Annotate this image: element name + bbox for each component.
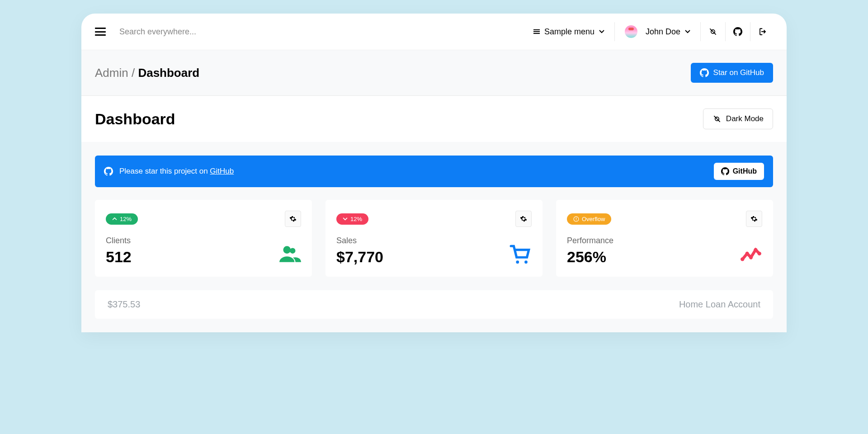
card-settings-button[interactable] xyxy=(515,211,532,227)
theme-toggle-button[interactable] xyxy=(703,27,723,36)
banner-text: Please star this project on GitHub xyxy=(119,167,234,176)
card-label: Clients xyxy=(106,236,132,245)
breadcrumb-parent[interactable]: Admin xyxy=(95,66,128,80)
svg-point-3 xyxy=(524,260,528,264)
logout-button[interactable] xyxy=(752,28,773,36)
card-performance: Overflow Performance 256% xyxy=(556,200,773,277)
table-account: Home Loan Account xyxy=(679,299,760,310)
svg-point-6 xyxy=(745,252,749,255)
avatar xyxy=(625,25,637,38)
trend-badge-up: 12% xyxy=(106,213,138,225)
content: Please star this project on GitHub GitHu… xyxy=(81,142,787,332)
divider xyxy=(725,22,726,41)
cart-icon xyxy=(509,243,532,266)
chevron-down-icon xyxy=(599,30,604,33)
breadcrumb-current: Dashboard xyxy=(138,66,199,80)
theme-icon xyxy=(712,114,722,123)
card-settings-button[interactable] xyxy=(746,211,762,227)
user-menu[interactable]: John Doe xyxy=(617,22,698,42)
dark-mode-label: Dark Mode xyxy=(726,114,764,123)
github-icon xyxy=(104,167,113,176)
transactions-table: $375.53 Home Loan Account xyxy=(95,290,773,319)
alert-badge: Overflow xyxy=(567,213,611,225)
divider xyxy=(614,22,615,41)
card-value: 512 xyxy=(106,248,132,266)
title-row: Dashboard Dark Mode xyxy=(81,96,787,142)
breadcrumb-separator: / xyxy=(132,66,135,80)
user-name-label: John Doe xyxy=(646,27,680,37)
banner-link[interactable]: GitHub xyxy=(210,167,234,175)
card-label: Performance xyxy=(567,236,613,245)
card-value: 256% xyxy=(567,248,613,266)
topbar: Sample menu John Doe xyxy=(81,14,787,50)
gear-icon xyxy=(520,215,527,222)
github-icon xyxy=(700,68,709,77)
github-icon xyxy=(721,167,729,175)
stat-cards: 12% Clients 512 xyxy=(95,200,773,277)
svg-point-2 xyxy=(516,260,519,264)
github-banner: Please star this project on GitHub GitHu… xyxy=(95,156,773,187)
banner-button-label: GitHub xyxy=(733,167,757,175)
breadcrumb: Admin / Dashboard xyxy=(95,66,199,80)
logout-icon xyxy=(759,28,767,36)
gear-icon xyxy=(750,215,758,222)
page-header: Admin / Dashboard Star on GitHub xyxy=(81,50,787,96)
card-value: $7,770 xyxy=(336,248,383,266)
card-label: Sales xyxy=(336,236,383,245)
divider xyxy=(750,22,750,41)
alert-icon xyxy=(573,216,579,222)
gear-icon xyxy=(289,215,297,222)
star-github-label: Star on GitHub xyxy=(713,68,764,77)
github-icon xyxy=(733,27,742,36)
svg-point-9 xyxy=(758,252,761,255)
dark-mode-button[interactable]: Dark Mode xyxy=(703,108,773,129)
chart-line-icon xyxy=(740,243,762,266)
sample-menu-dropdown[interactable]: Sample menu xyxy=(525,24,613,40)
page-title: Dashboard xyxy=(95,110,175,128)
users-icon xyxy=(278,243,301,266)
banner-github-button[interactable]: GitHub xyxy=(714,163,764,180)
divider xyxy=(700,22,701,41)
card-sales: 12% Sales $7,770 xyxy=(326,200,542,277)
sample-menu-label: Sample menu xyxy=(544,27,594,37)
theme-icon xyxy=(708,27,717,36)
trend-badge-down: 12% xyxy=(336,213,368,225)
github-link[interactable] xyxy=(727,27,748,36)
svg-point-7 xyxy=(749,255,753,259)
card-clients: 12% Clients 512 xyxy=(95,200,312,277)
svg-point-5 xyxy=(741,257,744,261)
chevron-down-icon xyxy=(685,30,690,33)
star-github-button[interactable]: Star on GitHub xyxy=(691,63,773,83)
chevron-up-icon xyxy=(112,217,117,221)
table-amount: $375.53 xyxy=(108,299,140,310)
app-window: Sample menu John Doe Admin / Dashboard xyxy=(81,14,787,332)
list-icon xyxy=(533,29,540,34)
fade-overlay xyxy=(81,380,787,434)
card-settings-button[interactable] xyxy=(285,211,301,227)
search-input[interactable] xyxy=(119,27,525,37)
menu-toggle-icon[interactable] xyxy=(95,28,106,36)
svg-point-8 xyxy=(754,248,757,251)
chevron-down-icon xyxy=(343,217,348,221)
